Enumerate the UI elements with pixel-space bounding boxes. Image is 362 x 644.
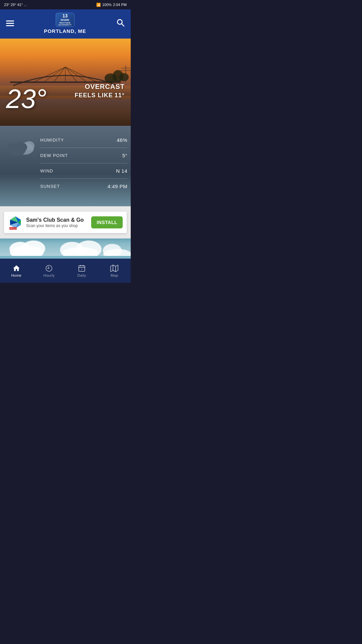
- svg-point-34: [22, 240, 45, 256]
- channel-logo: 13 WGME WEATHER AUTHORITY: [56, 13, 74, 27]
- condition-label: OVERCAST: [75, 83, 125, 91]
- svg-point-21: [15, 142, 27, 152]
- svg-line-10: [65, 67, 97, 82]
- nav-map-label: Map: [111, 273, 118, 277]
- weather-conditions: OVERCAST FEELS LIKE 11°: [75, 83, 125, 99]
- svg-text:4: 4: [81, 268, 82, 270]
- svg-point-37: [76, 240, 102, 256]
- peek-cloud-svg: [0, 238, 131, 256]
- nav-hourly-label: Hourly: [43, 273, 55, 277]
- dewpoint-row: DEW POINT 5°: [40, 148, 127, 163]
- humidity-label: HUMIDITY: [40, 138, 64, 143]
- logo-area: 13 WGME WEATHER AUTHORITY PORTLAND, ME: [44, 13, 86, 34]
- ad-title: Sam's Club Scan & Go: [26, 217, 88, 223]
- svg-line-6: [54, 67, 65, 82]
- sunset-value: 4:49 PM: [108, 183, 127, 189]
- time-label: 2:04 PM: [113, 3, 127, 7]
- sunset-row: SUNSET 4:49 PM: [40, 179, 127, 194]
- svg-line-8: [65, 67, 77, 82]
- callsign: WGME: [61, 19, 69, 22]
- dewpoint-value: 5°: [122, 153, 127, 158]
- ad-subtitle: Scan your items as you shop: [26, 223, 88, 228]
- temp-readings: 23° 29° 41° ...: [4, 3, 27, 7]
- authority-label: WEATHER AUTHORITY: [56, 22, 74, 26]
- wind-value: N 14: [116, 168, 127, 174]
- status-left: 23° 29° 41° ...: [4, 3, 27, 7]
- ad-install-button[interactable]: INSTALL: [91, 216, 123, 228]
- daily-icon: 4: [78, 264, 86, 272]
- map-icon: [110, 264, 118, 272]
- nav-daily-label: Daily: [77, 273, 86, 277]
- search-button[interactable]: [116, 18, 125, 29]
- home-icon: [12, 264, 20, 272]
- weather-details-panel: HUMIDITY 46% DEW POINT 5° WIND N 14 SUNS…: [0, 126, 131, 206]
- sunset-label: SUNSET: [40, 184, 60, 189]
- menu-button[interactable]: [6, 20, 14, 26]
- overcast-cloud-icon: [5, 136, 35, 159]
- humidity-value: 46%: [117, 137, 127, 143]
- cloud-icon-area: [0, 132, 37, 163]
- nav-item-map[interactable]: Map: [98, 259, 131, 283]
- nav-item-daily[interactable]: 4 Daily: [65, 259, 98, 283]
- svg-point-13: [119, 73, 129, 81]
- wind-row: WIND N 14: [40, 163, 127, 179]
- ad-banner[interactable]: Sam's Club Scan & Go Scan your items as …: [4, 212, 127, 233]
- nav-item-home[interactable]: Home: [0, 259, 33, 283]
- ad-container: Sam's Club Scan & Go Scan your items as …: [0, 206, 131, 238]
- hourly-icon: [45, 264, 53, 272]
- status-bar: 23° 29° 41° ... 📶 100% 2:04 PM: [0, 0, 131, 9]
- svg-line-1: [122, 23, 124, 26]
- peek-section: [0, 238, 131, 259]
- nav-item-hourly[interactable]: Hourly: [33, 259, 66, 283]
- current-temperature: 23°: [6, 86, 47, 112]
- app-header: 13 WGME WEATHER AUTHORITY PORTLAND, ME: [0, 9, 131, 39]
- svg-point-39: [103, 244, 122, 256]
- city-name: PORTLAND, ME: [44, 28, 86, 34]
- svg-line-4: [34, 67, 65, 82]
- svg-line-9: [65, 67, 87, 82]
- nav-home-label: Home: [11, 273, 21, 277]
- battery-label: 100%: [102, 3, 112, 7]
- svg-marker-46: [111, 265, 118, 272]
- status-right: 📶 100% 2:04 PM: [96, 3, 127, 7]
- bottom-navigation: Home Hourly 4 Daily Map: [0, 259, 131, 283]
- details-table: HUMIDITY 46% DEW POINT 5° WIND N 14 SUNS…: [37, 132, 131, 194]
- peek-clouds-bg: [0, 238, 131, 256]
- feels-like: FEELS LIKE 11°: [75, 92, 125, 99]
- wind-label: WIND: [40, 168, 53, 173]
- svg-line-5: [44, 67, 65, 82]
- ad-logo: [8, 215, 23, 230]
- humidity-row: HUMIDITY 46%: [40, 132, 127, 148]
- hero-weather-section: 23° OVERCAST FEELS LIKE 11°: [0, 39, 131, 126]
- wifi-icon: 📶: [96, 3, 101, 7]
- ad-text-area: Sam's Club Scan & Go Scan your items as …: [26, 217, 88, 228]
- channel-number: 13: [62, 13, 68, 18]
- dewpoint-label: DEW POINT: [40, 153, 68, 158]
